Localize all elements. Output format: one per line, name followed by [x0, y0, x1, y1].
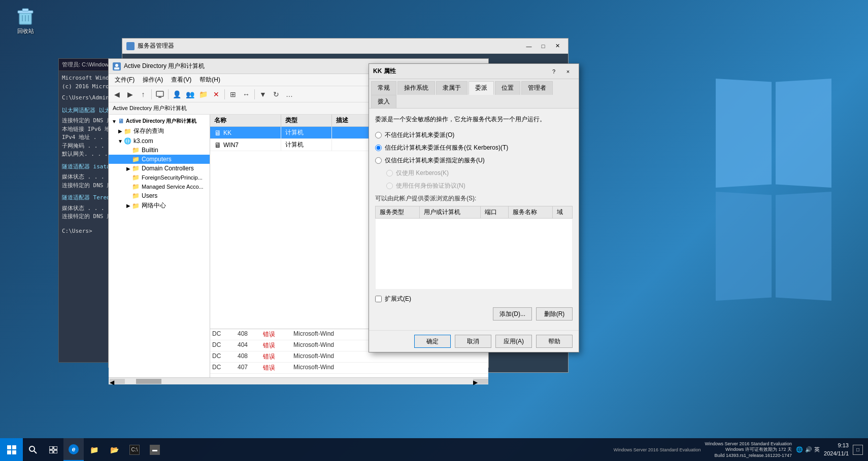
- help-button[interactable]: 帮助: [536, 335, 573, 348]
- ad-title-text: Active Directory 用户和计算机: [124, 62, 205, 70]
- tab-manager[interactable]: 管理者: [521, 81, 553, 95]
- recycle-bin-icon[interactable]: 回收站: [8, 5, 43, 35]
- tree-dc-label: Domain Controllers: [142, 165, 194, 172]
- start-button[interactable]: [0, 438, 23, 461]
- tree-k3com[interactable]: ▼ 🌐 k3.com: [109, 136, 210, 146]
- remove-button[interactable]: 删除(R): [536, 307, 573, 321]
- delegation-radio-input-3[interactable]: [375, 157, 382, 164]
- kk-dialog-close[interactable]: ×: [561, 66, 575, 77]
- win7-icon: 🖥: [214, 141, 221, 149]
- tray-volume-icon: 🔊: [805, 446, 812, 453]
- ad-scrollbar[interactable]: ◀ ▶: [109, 377, 488, 384]
- tree-root[interactable]: ▼ 🖥 Active Directory 用户和计算机: [109, 117, 210, 126]
- expand-computers: [125, 157, 132, 162]
- tb-properties[interactable]: ⊞: [227, 88, 239, 100]
- scroll-right-btn[interactable]: ▶: [473, 379, 488, 384]
- search-button[interactable]: [23, 438, 43, 461]
- expand-foreign: [125, 175, 132, 181]
- tree-foreign-security[interactable]: 📁 ForeignSecurityPrincip...: [109, 173, 210, 182]
- sub-radio-label-2: 使用任何身份验证协议(N): [396, 182, 465, 190]
- ad-menu-file[interactable]: 文件(F): [111, 75, 139, 85]
- tb-more[interactable]: …: [283, 88, 295, 100]
- services-col-domain: 域: [553, 206, 573, 219]
- log-cell-id-4: 407: [236, 363, 261, 373]
- managed-icon: 📁: [132, 183, 140, 190]
- delegation-radio-2[interactable]: 信任此计算机来委派任何服务(仅 Kerberos)(T): [375, 144, 573, 152]
- log-cell-level-4: 错误: [261, 363, 291, 373]
- log-cell-source-3: Microsoft-Wind: [291, 351, 488, 362]
- server-manager-close[interactable]: ✕: [551, 41, 564, 52]
- kk-dialog-help-btn[interactable]: ?: [547, 66, 560, 77]
- delegation-radio-1[interactable]: 不信任此计算机来委派(O): [375, 131, 573, 139]
- delegation-radio-label-3: 仅信任此计算机来委派指定的服务(U): [385, 156, 485, 165]
- ad-menu-view[interactable]: 查看(V): [167, 75, 195, 85]
- ad-menu-action[interactable]: 操作(A): [139, 75, 167, 85]
- tb-move[interactable]: ↔: [240, 88, 252, 100]
- taskbar-app-folder[interactable]: 📂: [104, 438, 124, 461]
- tray-icons: 🌐 🔊 英: [796, 446, 820, 453]
- tb-new-group[interactable]: 👥: [184, 88, 196, 100]
- delegation-radio-3[interactable]: 仅信任此计算机来委派指定的服务(U): [375, 156, 573, 165]
- tb-computer[interactable]: [154, 88, 166, 100]
- taskbar-app-cmd[interactable]: C:\: [124, 438, 145, 461]
- tree-saved-label: 保存的查询: [133, 127, 164, 135]
- kk-name-text: KK: [223, 129, 231, 136]
- tab-os[interactable]: 操作系统: [397, 81, 435, 95]
- task-view-button[interactable]: [43, 438, 63, 461]
- ad-menu-help[interactable]: 帮助(H): [195, 75, 224, 85]
- col-type[interactable]: 类型: [281, 115, 332, 126]
- log-cell-type-1: DC: [210, 329, 236, 340]
- tree-computers[interactable]: 📁 Computers: [109, 155, 210, 164]
- notification-area: Windows Server 2016 Standard Evaluation: [614, 447, 701, 452]
- apply-button[interactable]: 应用(A): [495, 335, 532, 348]
- tab-dialin[interactable]: 拨入: [371, 95, 396, 108]
- taskbar-app-other[interactable]: ▬: [145, 438, 165, 461]
- tb-filter[interactable]: ▼: [257, 88, 269, 100]
- recycle-bin-graphic: [15, 5, 36, 25]
- expand-checkbox[interactable]: [375, 296, 382, 302]
- tb-refresh[interactable]: ↻: [270, 88, 282, 100]
- tb-new-user[interactable]: 👤: [171, 88, 183, 100]
- tree-users[interactable]: 📁 Users: [109, 191, 210, 200]
- taskbar: e 📁 📂 C:\ ▬ Windows Server 2016 Standard…: [0, 438, 868, 461]
- tb-forward[interactable]: ▶: [124, 88, 136, 100]
- tab-delegation[interactable]: 委派: [469, 81, 494, 95]
- action-center-icon[interactable]: □: [853, 445, 863, 455]
- tab-general[interactable]: 常规: [371, 81, 396, 95]
- log-cell-source-4: Microsoft-Wind: [291, 363, 488, 373]
- delegation-radio-input-1[interactable]: [375, 132, 382, 138]
- delegation-sub-radio-2[interactable]: 使用任何身份验证协议(N): [386, 182, 573, 190]
- delegation-sub-radio-1[interactable]: 仅使用 Kerberos(K): [386, 169, 573, 178]
- ok-button[interactable]: 确定: [414, 335, 451, 348]
- svg-rect-7: [114, 67, 119, 69]
- tb-up[interactable]: ↑: [137, 88, 149, 100]
- tree-k3com-label: k3.com: [133, 137, 153, 145]
- cancel-button[interactable]: 取消: [455, 335, 491, 348]
- add-button[interactable]: 添加(D)...: [493, 307, 532, 321]
- tb-back[interactable]: ◀: [111, 88, 123, 100]
- tree-saved-queries[interactable]: ▶ 📁 保存的查询: [109, 126, 210, 136]
- tree-builtin[interactable]: 📁 Builtin: [109, 146, 210, 155]
- taskbar-clock[interactable]: 9:13 2024/11/1: [824, 442, 849, 457]
- scroll-thumb[interactable]: [136, 379, 161, 384]
- tb-delete[interactable]: ✕: [210, 88, 222, 100]
- tree-managed-service[interactable]: 📁 Managed Service Acco...: [109, 182, 210, 191]
- taskbar-app-ie[interactable]: e: [63, 438, 84, 461]
- tb-new-ou[interactable]: 📁: [197, 88, 209, 100]
- scroll-left-btn[interactable]: ◀: [110, 379, 125, 384]
- tree-domain-controllers[interactable]: ▶ 📁 Domain Controllers: [109, 164, 210, 173]
- sub-radio-input-2[interactable]: [386, 183, 393, 189]
- delegation-radio-input-2[interactable]: [375, 145, 382, 151]
- taskbar-app-explorer[interactable]: 📁: [84, 438, 104, 461]
- sub-radio-input-1[interactable]: [386, 170, 393, 176]
- builtin-icon: 📁: [132, 147, 140, 154]
- server-manager-minimize[interactable]: —: [522, 41, 536, 52]
- recycle-bin-label: 回收站: [17, 28, 34, 34]
- saved-icon: 📁: [124, 128, 131, 135]
- server-manager-restore[interactable]: □: [537, 41, 550, 52]
- col-name[interactable]: 名称: [210, 115, 281, 126]
- kk-dialog-buttons: 确定 取消 应用(A) 帮助: [369, 330, 579, 352]
- tab-member-of[interactable]: 隶属于: [436, 81, 468, 95]
- tab-location[interactable]: 位置: [495, 81, 520, 95]
- tree-network-center[interactable]: ▶ 📁 网络中心: [109, 200, 210, 211]
